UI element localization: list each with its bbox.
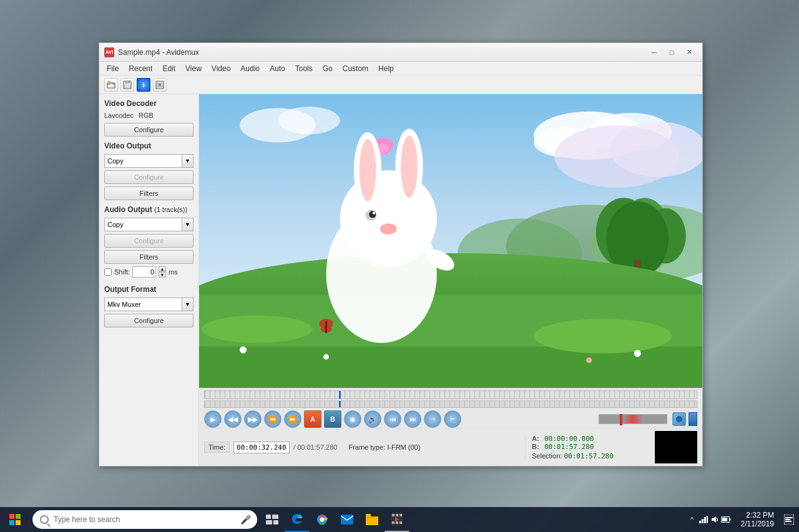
output-format-select[interactable]: Mkv Muxer <box>104 297 182 311</box>
svg-point-31 <box>323 354 329 360</box>
waveform-track[interactable] <box>204 400 697 408</box>
open-icon <box>107 80 115 89</box>
svg-rect-52 <box>325 321 326 334</box>
taskbar-search[interactable]: Type here to search 🎤 <box>32 510 257 529</box>
shift-input[interactable] <box>132 266 156 278</box>
taskbar-movie[interactable] <box>385 507 409 532</box>
video-output-dropdown-arrow[interactable]: ▼ <box>182 154 194 168</box>
notification-button[interactable] <box>779 507 799 532</box>
time-label: Time: <box>204 442 230 453</box>
timeline-track[interactable] <box>204 390 697 399</box>
edge-icon <box>291 513 303 525</box>
menu-file[interactable]: File <box>102 63 124 74</box>
next-button[interactable]: ▶▶ <box>244 410 262 428</box>
b-marker-button[interactable]: B <box>324 410 341 428</box>
svg-rect-27 <box>199 347 702 388</box>
menu-recent[interactable]: Recent <box>124 63 157 74</box>
audio-configure-button[interactable]: Configure <box>104 234 194 248</box>
jump-start-button[interactable]: ⏮ <box>384 410 401 428</box>
play-button[interactable]: ▶ <box>204 410 222 428</box>
output-configure-button[interactable]: Configure <box>104 314 194 327</box>
notification-icon <box>784 515 794 525</box>
taskbar-edge[interactable] <box>285 507 310 532</box>
jump-end-button[interactable]: ⏭ <box>404 410 421 428</box>
taskbar: Type here to search 🎤 <box>0 507 799 532</box>
copy-end-button[interactable]: ⊢ <box>444 410 461 428</box>
menu-go[interactable]: Go <box>318 63 338 74</box>
tray-volume[interactable] <box>710 515 720 525</box>
menu-view[interactable]: View <box>180 63 207 74</box>
a-time: 00:00:00.000 <box>544 435 594 443</box>
svg-rect-3 <box>125 81 129 84</box>
speed-slider[interactable] <box>599 414 667 424</box>
scroll-icon[interactable] <box>672 412 686 426</box>
prev-button[interactable]: ◀◀ <box>224 410 242 428</box>
output-format-label: Output Format <box>104 285 194 294</box>
taskbar-mail[interactable] <box>335 507 360 532</box>
taskbar-chrome[interactable] <box>310 507 335 532</box>
open-button[interactable] <box>104 78 118 92</box>
svg-rect-66 <box>400 514 402 516</box>
microphone-icon[interactable]: 🎤 <box>241 515 250 524</box>
svg-rect-0 <box>107 83 115 88</box>
vertical-bar <box>689 412 697 426</box>
menu-tools[interactable]: Tools <box>290 63 318 74</box>
maximize-button[interactable]: □ <box>664 46 680 59</box>
task-view-icon <box>266 515 278 525</box>
menu-custom[interactable]: Custom <box>338 63 373 74</box>
audio-output-select[interactable]: Copy <box>104 218 182 231</box>
speed-slider-thumb[interactable] <box>620 414 622 425</box>
minimize-button[interactable]: ─ <box>646 46 662 59</box>
video-frame <box>199 94 702 388</box>
taskbar-task-view[interactable] <box>260 507 285 532</box>
titlebar: AVI Sample.mp4 - Avidemux ─ □ ✕ <box>99 43 702 62</box>
video-area: ▶ ◀◀ ▶▶ ⏪ ⏩ A B ◉ <box>199 94 702 466</box>
speed-slider-area <box>594 414 672 424</box>
menu-help[interactable]: Help <box>373 63 399 74</box>
copy-start-button[interactable]: ⊣ <box>424 410 441 428</box>
vol-down-button[interactable]: 🔉 <box>364 410 381 428</box>
svg-point-16 <box>278 107 340 134</box>
svg-rect-8 <box>159 84 161 86</box>
clock-area[interactable]: 2:32 PM 2/11/2019 <box>736 511 779 528</box>
transport-buttons: ▶ ◀◀ ▶▶ ⏪ ⏩ A B ◉ <box>199 410 594 428</box>
shift-down-button[interactable]: ▼ <box>159 272 166 278</box>
tray-battery[interactable] <box>721 515 731 525</box>
tray-chevron[interactable]: ^ <box>687 515 697 525</box>
save-icon <box>123 80 132 89</box>
fullscreen-button[interactable] <box>153 78 167 92</box>
svg-point-32 <box>634 350 641 357</box>
menu-video[interactable]: Video <box>207 63 235 74</box>
video-output-select[interactable]: Copy <box>104 154 182 168</box>
svg-rect-72 <box>702 519 703 523</box>
output-format-dropdown-arrow[interactable]: ▼ <box>182 297 194 311</box>
shift-up-button[interactable]: ▲ <box>159 266 166 272</box>
info-button[interactable]: i <box>137 78 150 92</box>
menu-auto[interactable]: Auto <box>265 63 290 74</box>
volume-icon <box>710 516 719 523</box>
menu-audio[interactable]: Audio <box>235 63 265 74</box>
time-input[interactable] <box>233 442 290 453</box>
save-button[interactable] <box>120 78 134 92</box>
video-configure-button[interactable]: Configure <box>104 170 194 184</box>
start-button[interactable] <box>0 507 30 532</box>
thumbnail-box <box>655 431 697 463</box>
menu-edit[interactable]: Edit <box>157 63 180 74</box>
svg-rect-65 <box>396 514 398 516</box>
fastforward-button[interactable]: ⏩ <box>284 410 301 428</box>
shift-checkbox[interactable] <box>104 268 112 276</box>
taskbar-file-explorer[interactable] <box>360 507 385 532</box>
waveform-track-outer <box>204 400 697 408</box>
clock-date: 2/11/2019 <box>741 520 774 528</box>
decoder-configure-button[interactable]: Configure <box>104 123 194 137</box>
snapshot-button[interactable]: ◉ <box>344 410 361 428</box>
audio-output-dropdown-arrow[interactable]: ▼ <box>182 218 194 231</box>
video-filters-button[interactable]: Filters <box>104 186 194 200</box>
a-marker-button[interactable]: A <box>304 410 321 428</box>
tray-network[interactable] <box>699 515 708 525</box>
close-button[interactable]: ✕ <box>681 46 697 59</box>
audio-filters-button[interactable]: Filters <box>104 250 194 264</box>
rewind-button[interactable]: ⏪ <box>264 410 282 428</box>
taskbar-search-text: Type here to search <box>54 515 120 524</box>
svg-point-44 <box>401 135 418 198</box>
